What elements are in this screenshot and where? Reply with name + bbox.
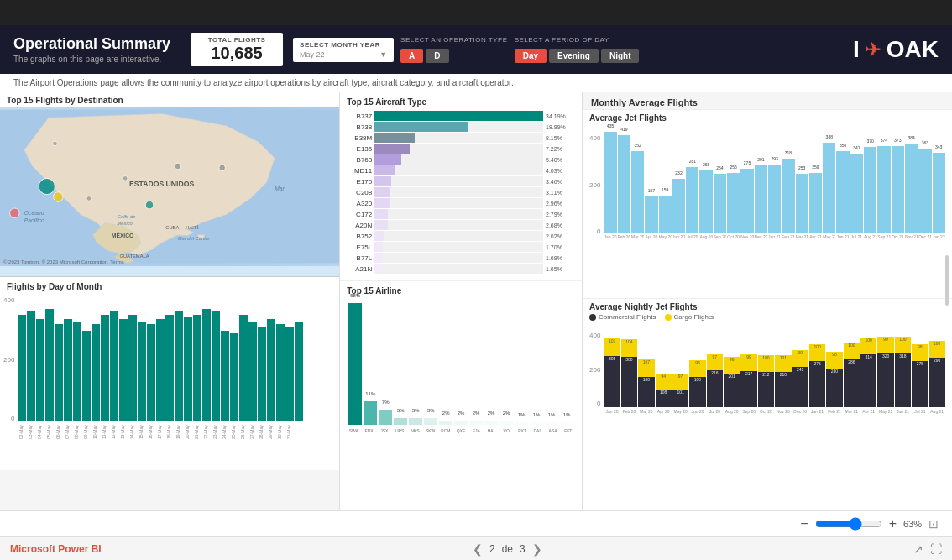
aircraft-bar-row[interactable]: E170 3.46% — [347, 176, 575, 186]
flight-day-bar[interactable] — [258, 327, 266, 421]
nightly-bar-stack[interactable]: 98275 — [912, 323, 928, 407]
airline-bar[interactable]: 2% — [484, 421, 498, 425]
flight-day-bar[interactable] — [45, 309, 54, 421]
period-button-night[interactable]: Night — [601, 49, 640, 63]
flight-day-bar[interactable] — [138, 322, 146, 421]
flight-day-bar[interactable] — [221, 331, 229, 421]
aircraft-bar-row[interactable]: B763 5.40% — [347, 154, 575, 165]
aircraft-bar-row[interactable]: B38M 8.15% — [347, 133, 575, 143]
jet-bar[interactable]: 384 — [905, 144, 918, 233]
nightly-bar-stack[interactable]: 101210 — [775, 323, 791, 407]
powerbi-logo[interactable]: Microsoft Power BI — [10, 543, 102, 555]
nightly-bar-stack[interactable]: 100275 — [809, 323, 825, 407]
aircraft-bar-row[interactable]: E135 7.22% — [347, 144, 575, 154]
flight-day-bar[interactable] — [248, 322, 257, 421]
share-icon[interactable]: ↗ — [913, 542, 923, 556]
flight-day-bar[interactable] — [267, 319, 275, 421]
airline-bar[interactable]: 3% — [424, 418, 437, 425]
nightly-bar-stack[interactable]: 94108 — [656, 323, 672, 407]
zoom-minus-icon[interactable]: − — [800, 516, 808, 531]
zoom-slider[interactable] — [815, 517, 882, 531]
airline-bar[interactable]: 58% — [348, 303, 362, 425]
jet-bar[interactable]: 343 — [933, 153, 945, 233]
aircraft-bar-row[interactable]: MD11 4.03% — [347, 165, 575, 175]
flight-day-bar[interactable] — [119, 319, 128, 421]
aircraft-bar-row[interactable]: B77L 1.68% — [347, 253, 575, 263]
airline-bar[interactable]: 1% — [560, 422, 573, 425]
jet-bar[interactable]: 275 — [740, 169, 753, 233]
nightly-bar-stack[interactable]: 107305 — [604, 323, 620, 407]
jet-bar[interactable]: 388 — [823, 143, 835, 233]
airline-bar[interactable]: 1% — [545, 422, 558, 425]
flight-day-bar[interactable] — [202, 309, 211, 421]
map-section[interactable]: Top 15 Flights by Destination — [0, 92, 339, 277]
flight-day-bar[interactable] — [110, 311, 118, 421]
flight-day-bar[interactable] — [239, 315, 248, 421]
jet-bar[interactable]: 256 — [727, 173, 740, 233]
period-button-day[interactable]: Day — [515, 49, 547, 63]
nightly-bar-stack[interactable]: 104300 — [621, 323, 637, 407]
nightly-bar-stack[interactable]: 99217 — [740, 323, 756, 407]
jet-bar[interactable]: 259 — [809, 173, 822, 233]
nightly-bar-stack[interactable]: 100314 — [860, 323, 876, 407]
jet-bar[interactable]: 293 — [768, 165, 781, 233]
jet-bar[interactable]: 435 — [604, 132, 616, 233]
flight-day-bar[interactable] — [165, 315, 174, 421]
flight-day-bar[interactable] — [128, 315, 137, 421]
jet-bar[interactable]: 373 — [892, 146, 904, 233]
zoom-plus-icon[interactable]: + — [889, 516, 897, 531]
airline-bar[interactable]: 1% — [515, 422, 528, 425]
flight-day-bar[interactable] — [276, 324, 285, 421]
flight-day-bar[interactable] — [27, 311, 35, 421]
flight-day-bar[interactable] — [92, 324, 100, 421]
next-page-button[interactable]: ❯ — [532, 542, 542, 556]
jet-bar[interactable]: 254 — [714, 174, 726, 233]
airline-bar[interactable]: 2% — [454, 421, 468, 425]
jet-bar[interactable]: 318 — [782, 159, 794, 233]
op-button-d[interactable]: D — [426, 49, 448, 63]
flight-day-bar[interactable] — [184, 317, 192, 421]
jet-bar[interactable]: 374 — [877, 146, 890, 233]
flight-day-bar[interactable] — [285, 327, 294, 421]
flight-day-bar[interactable] — [230, 333, 238, 421]
flight-day-bar[interactable] — [147, 324, 155, 421]
aircraft-bar-row[interactable]: A320 2.96% — [347, 198, 575, 208]
nightly-bar-stack[interactable]: 97101 — [672, 323, 688, 407]
nightly-bar-stack[interactable]: 98180 — [689, 323, 705, 407]
jet-bar[interactable]: 268 — [699, 170, 712, 233]
nightly-bar-stack[interactable]: 97216 — [707, 323, 723, 407]
flight-day-bar[interactable] — [156, 319, 165, 421]
jet-bar[interactable]: 352 — [631, 151, 644, 233]
jet-bar[interactable]: 350 — [836, 151, 849, 233]
flight-day-bar[interactable] — [212, 311, 220, 421]
aircraft-bar-row[interactable]: E75L 1.70% — [347, 242, 575, 252]
aircraft-bar-row[interactable]: C172 2.79% — [347, 209, 575, 219]
flight-day-bar[interactable] — [55, 324, 63, 421]
aircraft-bar-row[interactable]: A21N 1.65% — [347, 264, 575, 274]
month-year-filter[interactable]: Select Month Year May 22 ▼ — [293, 38, 394, 62]
aircraft-bar-row[interactable]: A20N 2.68% — [347, 220, 575, 230]
jet-bar[interactable]: 159 — [659, 196, 672, 233]
airline-bar[interactable]: 2% — [439, 421, 452, 425]
nightly-bar-stack[interactable]: 100286 — [844, 323, 860, 407]
flight-day-bar[interactable] — [82, 331, 91, 421]
flight-day-bar[interactable] — [193, 315, 201, 421]
nightly-bar-stack[interactable]: 100318 — [895, 323, 911, 407]
jet-bar[interactable]: 363 — [918, 149, 931, 233]
nightly-bar-stack[interactable]: 100296 — [929, 323, 945, 407]
op-button-a[interactable]: A — [400, 49, 423, 63]
nightly-bar-stack[interactable]: 99241 — [792, 323, 808, 407]
airline-bar[interactable]: 3% — [394, 418, 407, 425]
nightly-bar-stack[interactable]: 99320 — [877, 323, 893, 407]
jet-bar[interactable]: 253 — [796, 174, 808, 233]
airline-bar[interactable]: 2% — [469, 421, 483, 425]
airline-bar[interactable]: 3% — [409, 418, 422, 425]
flight-day-bar[interactable] — [36, 319, 44, 421]
aircraft-bar-row[interactable]: C208 3.11% — [347, 187, 575, 197]
airline-bar[interactable]: 2% — [500, 421, 513, 425]
airline-bar[interactable]: 11% — [364, 401, 377, 425]
nightly-bar-stack[interactable]: 100212 — [758, 323, 774, 407]
aircraft-bar-row[interactable]: B738 18.99% — [347, 122, 575, 132]
map-area[interactable]: ESTADOS UNIDOS MÉXICO Océano Pacífico Go… — [0, 107, 339, 266]
airline-bar[interactable]: 7% — [379, 410, 392, 425]
